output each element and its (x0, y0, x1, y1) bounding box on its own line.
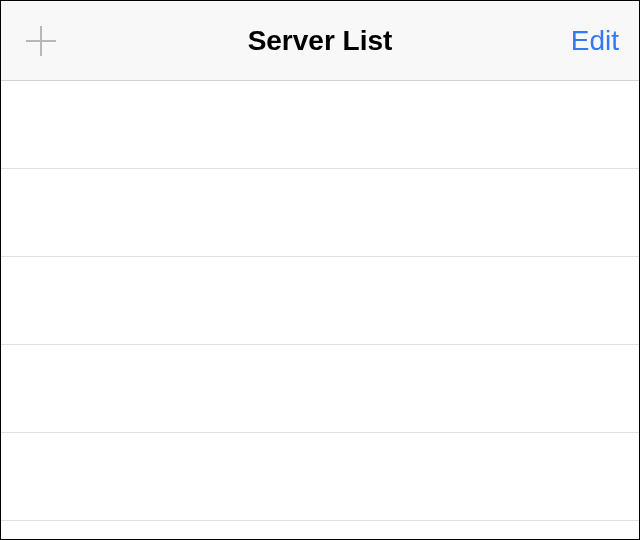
add-button[interactable] (21, 21, 61, 61)
list-item[interactable] (1, 169, 639, 257)
page-title: Server List (248, 25, 393, 57)
list-item[interactable] (1, 81, 639, 169)
server-list (1, 81, 639, 539)
plus-icon (26, 26, 56, 56)
edit-button[interactable]: Edit (571, 25, 619, 57)
list-item[interactable] (1, 345, 639, 433)
list-item[interactable] (1, 257, 639, 345)
navigation-bar: Server List Edit (1, 1, 639, 81)
list-item[interactable] (1, 433, 639, 521)
